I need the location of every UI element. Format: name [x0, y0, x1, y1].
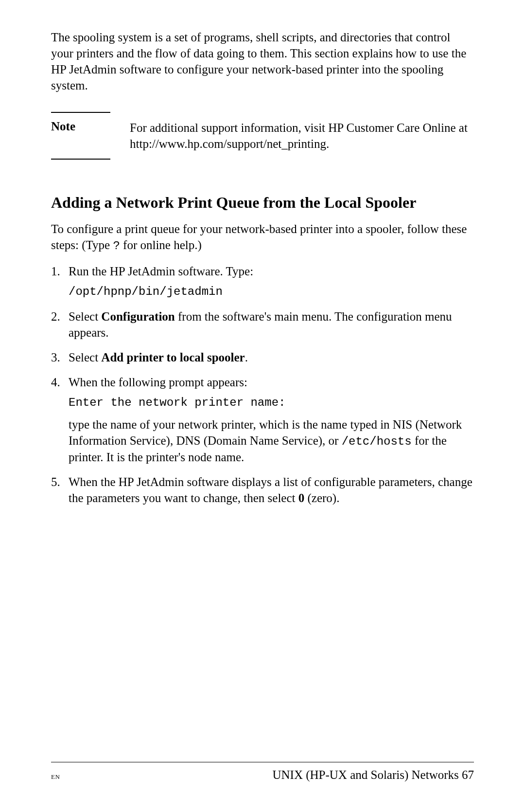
step-4-code: Enter the network printer name: [69, 395, 474, 411]
step-4: When the following prompt appears: Enter… [51, 374, 474, 465]
section-heading: Adding a Network Print Queue from the Lo… [51, 194, 474, 212]
step-2-bold: Configuration [101, 310, 175, 323]
step-1-code: /opt/hpnp/bin/jetadmin [69, 284, 474, 300]
step-5-before: When the HP JetAdmin software displays a… [69, 475, 472, 505]
section-intro-after: for online help.) [120, 238, 202, 252]
footer-right: UNIX (HP-UX and Solaris) Networks 67 [272, 768, 474, 782]
step-3-bold: Add printer to local spooler [101, 351, 245, 364]
steps-list: Run the HP JetAdmin software. Type: /opt… [51, 263, 474, 506]
step-4-follow-mono: /etc/hosts [342, 435, 412, 448]
step-3-before: Select [69, 351, 101, 364]
step-5-after: (zero). [304, 491, 339, 505]
note-block: Note For additional support information,… [51, 112, 474, 160]
step-3: Select Add printer to local spooler. [51, 349, 474, 365]
step-5-bold: 0 [298, 491, 305, 505]
intro-paragraph: The spooling system is a set of programs… [51, 29, 474, 93]
step-3-after: . [245, 351, 248, 364]
step-2-before: Select [69, 310, 101, 323]
note-rule-top [51, 112, 110, 113]
step-5: When the HP JetAdmin software displays a… [51, 474, 474, 506]
step-2: Select Configuration from the software's… [51, 308, 474, 341]
note-text: For additional support information, visi… [130, 120, 474, 152]
footer-row: EN UNIX (HP-UX and Solaris) Networks 67 [51, 768, 474, 782]
note-label: Note [51, 120, 130, 133]
section-intro-mono: ? [113, 239, 120, 253]
page-footer: EN UNIX (HP-UX and Solaris) Networks 67 [51, 762, 474, 782]
note-rule-bottom [51, 159, 110, 160]
step-1-text: Run the HP JetAdmin software. Type: [69, 265, 253, 278]
step-4-follow: type the name of your network printer, w… [69, 416, 474, 466]
step-4-text: When the following prompt appears: [69, 376, 247, 389]
note-content: Note For additional support information,… [51, 120, 474, 152]
section-intro: To configure a print queue for your netw… [51, 221, 474, 254]
footer-rule [51, 762, 474, 762]
step-1: Run the HP JetAdmin software. Type: /opt… [51, 263, 474, 300]
footer-left: EN [51, 773, 60, 781]
